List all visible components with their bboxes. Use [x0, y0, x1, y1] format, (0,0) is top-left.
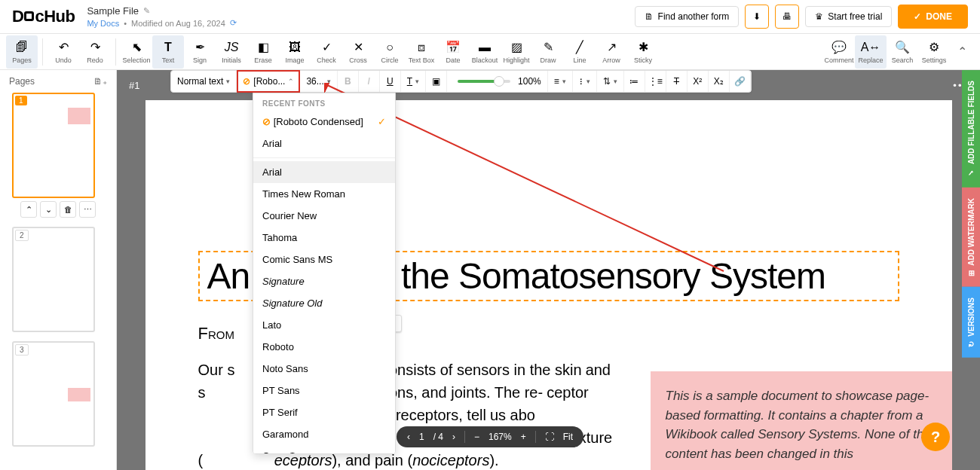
undo-tool[interactable]: ↶Undo: [47, 35, 79, 69]
font-dropdown[interactable]: RECENT FONTS ⊘ [Roboto Condensed]✓ Arial…: [253, 93, 396, 454]
textbox-tool[interactable]: ⧈Text Box: [406, 35, 437, 69]
line-tool[interactable]: ╱Line: [564, 35, 596, 69]
page-tab[interactable]: #1: [129, 80, 139, 91]
font-item-opensans[interactable]: Open Sans: [253, 445, 395, 454]
versions-tab[interactable]: ↻VERSIONS: [962, 287, 980, 358]
move-down-button[interactable]: ⌄: [40, 201, 57, 218]
check-tool[interactable]: ✓Check: [311, 35, 342, 69]
font-item-garamond[interactable]: Garamond: [253, 423, 395, 445]
underline-button[interactable]: U: [380, 71, 401, 92]
opacity-slider[interactable]: [458, 80, 510, 83]
blackout-icon: ▬: [479, 40, 491, 55]
start-trial-button[interactable]: ♛ Start free trial: [805, 6, 892, 27]
date-tool[interactable]: 📅Date: [437, 35, 469, 69]
redo-tool[interactable]: ↷Redo: [79, 35, 111, 69]
font-item-roboto-condensed[interactable]: ⊘ [Roboto Condensed]✓: [253, 111, 395, 133]
font-size-select[interactable]: 36...▾: [300, 71, 337, 92]
clear-format-button[interactable]: T: [666, 71, 688, 92]
file-name[interactable]: Sample File: [87, 5, 139, 17]
valign-button[interactable]: ⫶▾: [573, 71, 597, 92]
move-up-button[interactable]: ⌃: [20, 201, 37, 218]
font-item-noto[interactable]: Noto Sans: [253, 358, 395, 380]
arrow-tool[interactable]: ↗Arrow: [596, 35, 627, 69]
more-button[interactable]: ⋯: [79, 201, 96, 218]
search-tool[interactable]: 🔍Search: [887, 35, 918, 69]
logo[interactable]: DcHub: [12, 7, 75, 26]
my-docs-link[interactable]: My Docs: [87, 19, 119, 28]
download-button[interactable]: ⬇: [745, 5, 769, 29]
edit-name-icon[interactable]: ✎: [143, 6, 150, 16]
text-color-button[interactable]: T▾: [401, 71, 426, 92]
fill-color-button[interactable]: ▣: [426, 71, 447, 92]
font-item-roboto[interactable]: Roboto: [253, 336, 395, 358]
print-button[interactable]: 🖶: [775, 5, 799, 29]
help-button[interactable]: ?: [921, 423, 950, 451]
highlight-tool[interactable]: ▨Highlight: [501, 35, 532, 69]
font-item-comic[interactable]: Comic Sans MS: [253, 249, 395, 270]
thumbnail-3[interactable]: 3: [12, 341, 104, 447]
font-item-ptsans[interactable]: PT Sans: [253, 380, 395, 401]
next-page-icon[interactable]: ›: [452, 432, 455, 442]
font-item-times[interactable]: Times New Roman: [253, 183, 395, 205]
text-style-select[interactable]: Normal text▾: [171, 71, 237, 92]
zoom-in-icon[interactable]: +: [521, 432, 526, 442]
logo-text-pre: D: [12, 7, 23, 26]
textbox-icon: ⧈: [418, 40, 425, 55]
add-fields-tab[interactable]: ✓ADD FILLABLE FIELDS: [962, 70, 980, 188]
selection-tool[interactable]: ⬉Selection: [121, 35, 152, 69]
line-spacing-button[interactable]: ⇅▾: [597, 71, 624, 92]
comment-tool[interactable]: 💬Comment: [823, 35, 855, 69]
erase-tool[interactable]: ◧Erase: [247, 35, 279, 69]
thumbnail-2[interactable]: 2: [12, 227, 104, 332]
draw-tool[interactable]: ✎Draw: [532, 35, 564, 69]
thumbnail-1[interactable]: 1 ⌃ ⌄ 🗑 ⋯: [12, 93, 104, 218]
superscript-button[interactable]: X²: [688, 71, 709, 92]
sticky-tool[interactable]: ✱Sticky: [627, 35, 659, 69]
sync-icon[interactable]: ⟳: [230, 18, 237, 28]
cross-tool[interactable]: ✕Cross: [342, 35, 374, 69]
file-name-row: Sample File ✎: [87, 5, 236, 17]
zoom-percent[interactable]: 167%: [488, 432, 512, 442]
image-tool[interactable]: 🖼Image: [279, 35, 311, 69]
font-item-lato[interactable]: Lato: [253, 314, 395, 336]
link-button[interactable]: 🔗: [730, 71, 751, 92]
prev-page-icon[interactable]: ‹: [407, 432, 410, 442]
done-button[interactable]: ✓ DONE: [898, 5, 968, 29]
file-meta: My Docs • Modified on Aug 16, 2024 ⟳: [87, 18, 236, 28]
replace-tool[interactable]: A↔Replace: [855, 35, 887, 69]
font-name: Signature Old: [262, 298, 323, 309]
subscript-button[interactable]: X₂: [709, 71, 730, 92]
font-item-signature[interactable]: Signature: [253, 270, 395, 292]
font-family-select[interactable]: ⊘[Robo...⌃: [237, 70, 300, 93]
done-label: DONE: [926, 11, 952, 22]
align-button[interactable]: ≡▾: [548, 71, 573, 92]
opacity-control[interactable]: 100%: [447, 71, 548, 92]
sign-tool[interactable]: ✒Sign: [184, 35, 216, 69]
slider-thumb[interactable]: [494, 76, 504, 87]
blackout-tool[interactable]: ▬Blackout: [469, 35, 501, 69]
delete-page-button[interactable]: 🗑: [60, 201, 76, 218]
add-watermark-tab[interactable]: ⊞ADD WATERMARK: [962, 188, 980, 287]
initials-tool[interactable]: JSInitials: [216, 35, 247, 69]
font-item-arial[interactable]: Arial: [253, 161, 395, 183]
add-page-icon[interactable]: 🗎₊: [93, 76, 107, 87]
font-item-ptserif[interactable]: PT Serif: [253, 401, 395, 423]
bold-button[interactable]: B: [338, 71, 359, 92]
text-tool[interactable]: TText: [152, 35, 184, 69]
settings-tool[interactable]: ⚙Settings: [918, 35, 950, 69]
italic-button[interactable]: I: [359, 71, 380, 92]
fit-button[interactable]: Fit: [563, 432, 573, 442]
font-item-arial-recent[interactable]: Arial: [253, 133, 395, 154]
bullet-list-button[interactable]: ⋮≡: [645, 71, 666, 92]
font-item-signature-old[interactable]: Signature Old: [253, 292, 395, 314]
find-form-button[interactable]: 🗎 Find another form: [635, 6, 740, 27]
circle-tool[interactable]: ○Circle: [374, 35, 406, 69]
font-item-courier[interactable]: Courier New: [253, 205, 395, 227]
font-item-tahoma[interactable]: Tahoma: [253, 227, 395, 249]
chevron-down-icon: ▾: [415, 78, 419, 85]
pages-tool[interactable]: 🗐Pages: [6, 35, 38, 69]
number-list-button[interactable]: ≔: [624, 71, 645, 92]
collapse-toolbar[interactable]: ⌃: [950, 40, 974, 64]
zoom-out-icon[interactable]: −: [474, 432, 479, 442]
current-page[interactable]: 1: [419, 432, 424, 442]
